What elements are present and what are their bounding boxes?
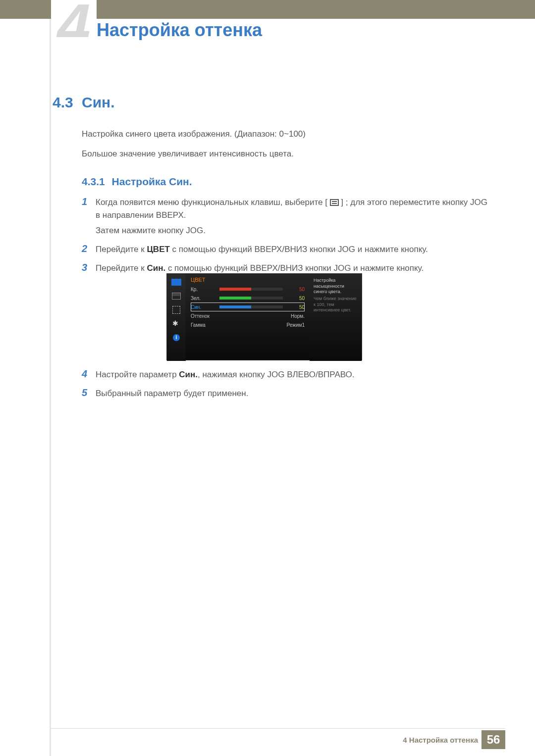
page-number-badge: 56 <box>482 730 505 749</box>
osd-sidebar: ✱ i <box>167 274 186 361</box>
monitor-icon <box>171 278 181 287</box>
osd-row-green: Зел. 50 <box>191 294 305 302</box>
osd-slider-red <box>219 288 283 291</box>
step-text: с помощью функций ВВЕРХ/ВНИЗ кнопки JOG … <box>165 263 424 273</box>
osd-row-tint: Оттенок Норм. <box>191 311 305 320</box>
osd-value: Норм. <box>219 313 305 319</box>
step-bold: ЦВЕТ <box>147 245 169 254</box>
osd-slider-blue <box>219 305 283 308</box>
step-text: Когда появится меню функциональных клави… <box>96 198 327 207</box>
osd-label: Зел. <box>191 296 215 301</box>
step-4: 4 Настройте параметр Син., нажимая кнопк… <box>82 368 493 383</box>
step-bold: Син. <box>147 263 165 273</box>
osd-help-line: Чем ближе значение к 100, тем интенсивне… <box>314 296 358 313</box>
section-title: Син. <box>82 94 115 111</box>
osd-screenshot: ✱ i ЦВЕТ Кр. 50 Зел. 50 Син. 50 Оттенок <box>166 273 362 360</box>
step-text: Перейдите к <box>96 245 147 254</box>
osd-help-panel: Настройка насыщенности синего цвета. Чем… <box>310 274 362 361</box>
osd-title: ЦВЕТ <box>191 277 305 283</box>
step-text: , нажимая кнопку JOG ВЛЕВО/ВПРАВО. <box>198 370 354 379</box>
page: 4 Настройка оттенка 4.3 Син. Настройка с… <box>0 0 535 756</box>
osd-row-blue-selected: Син. 50 <box>191 302 305 311</box>
step-text: Выбранный параметр будет применен. <box>96 387 493 400</box>
step-number: 4 <box>82 368 96 379</box>
step-number: 3 <box>82 262 96 273</box>
step-body: Когда появится меню функциональных клави… <box>96 196 493 239</box>
step-1: 1 Когда появится меню функциональных кла… <box>82 196 493 239</box>
steps-list-bottom: 4 Настройте параметр Син., нажимая кнопк… <box>82 368 493 406</box>
intro-paragraph-2: Большое значение увеличивает интенсивнос… <box>82 149 493 159</box>
osd-help-line: Настройка насыщенности синего цвета. <box>314 278 358 295</box>
info-icon: i <box>171 333 181 342</box>
step-2: 2 Перейдите к ЦВЕТ с помощью функций ВВЕ… <box>82 243 493 258</box>
step-text: Перейдите к <box>96 263 147 273</box>
osd-label: Кр. <box>191 287 215 292</box>
step-number: 2 <box>82 243 96 254</box>
osd-label: Оттенок <box>191 313 215 319</box>
osd-value: Режим1 <box>219 322 305 328</box>
subsection-number: 4.3.1 <box>82 176 105 187</box>
step-text: Затем нажмите кнопку JOG. <box>96 224 493 237</box>
step-body: Настройте параметр Син., нажимая кнопку … <box>96 368 493 383</box>
subsection-heading: 4.3.1 Настройка Син. <box>82 176 192 188</box>
osd-value: 50 <box>287 304 305 310</box>
step-5: 5 Выбранный параметр будет применен. <box>82 387 493 402</box>
osd-label: Син. <box>191 304 215 310</box>
resize-icon <box>171 305 181 314</box>
osd-help-dim: Чем ближе значение к 100, тем интенсивне… <box>314 296 357 312</box>
gear-icon: ✱ <box>171 319 181 328</box>
step-text: с помощью функций ВВЕРХ/ВНИЗ кнопки JOG … <box>170 245 428 254</box>
step-body: Выбранный параметр будет применен. <box>96 387 493 402</box>
osd-main: ЦВЕТ Кр. 50 Зел. 50 Син. 50 Оттенок Норм… <box>186 274 310 360</box>
step-number: 5 <box>82 387 96 398</box>
steps-list-top: 1 Когда появится меню функциональных кла… <box>82 196 493 281</box>
osd-row-gamma: Гамма Режим1 <box>191 320 305 329</box>
left-rule <box>50 0 51 756</box>
picture-icon <box>171 292 181 301</box>
footer-chapter-label: 4 Настройка оттенка <box>403 736 478 744</box>
step-bold: Син. <box>179 370 198 379</box>
intro-paragraph-1: Настройка синего цвета изображения. (Диа… <box>82 129 493 140</box>
chapter-title: Настройка оттенка <box>97 20 262 41</box>
header-tab <box>51 0 97 19</box>
step-body: Перейдите к ЦВЕТ с помощью функций ВВЕРХ… <box>96 243 493 258</box>
section-number: 4.3 <box>53 94 73 111</box>
subsection-title: Настройка Син. <box>112 176 192 187</box>
osd-label: Гамма <box>191 322 215 328</box>
osd-value: 50 <box>287 296 305 301</box>
osd-slider-green <box>219 297 283 300</box>
menu-icon <box>330 199 339 206</box>
osd-row-red: Кр. 50 <box>191 285 305 294</box>
footer-rule <box>51 728 505 729</box>
step-text: Настройте параметр <box>96 370 179 379</box>
step-number: 1 <box>82 196 96 207</box>
osd-value: 50 <box>287 287 305 292</box>
